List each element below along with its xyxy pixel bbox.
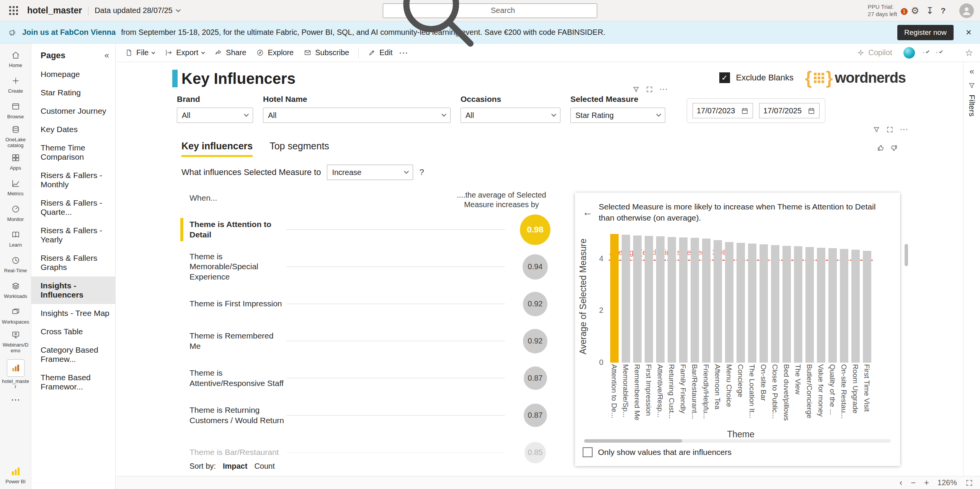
exclude-blanks-checkbox[interactable]: ✓ <box>719 72 730 83</box>
chart-bar[interactable] <box>828 248 837 362</box>
question-dropdown[interactable]: Increase <box>327 165 413 180</box>
focus-mode-icon[interactable] <box>646 86 653 93</box>
page-item-insights-influencers[interactable]: Insights - Influencers <box>31 276 115 304</box>
global-search[interactable] <box>383 3 597 18</box>
influencer-row[interactable]: Theme is Memorable/Special Experience0.9… <box>175 248 565 285</box>
rail-item-hotel-master[interactable]: hotel_master <box>2 359 30 390</box>
chart-bar[interactable] <box>817 248 825 363</box>
avatar[interactable] <box>959 3 974 18</box>
filter-icon[interactable] <box>873 126 880 133</box>
influencer-value-bubble[interactable]: 0.87 <box>524 366 547 390</box>
rail-more-button[interactable]: ⋯ <box>11 394 20 405</box>
focus-mode-icon[interactable] <box>886 126 893 133</box>
chart-bar[interactable] <box>656 236 665 362</box>
chart-bar[interactable] <box>679 237 688 363</box>
influencer-value-bubble[interactable]: 0.98 <box>520 214 550 245</box>
influencer-value-bubble[interactable]: 0.87 <box>524 404 547 427</box>
more-options-icon[interactable]: ⋯ <box>659 85 668 93</box>
power-bi-logo[interactable]: Power BI <box>5 466 26 484</box>
zoom-in-icon[interactable]: + <box>924 478 929 488</box>
chart-bar[interactable] <box>863 251 871 363</box>
back-arrow-icon[interactable]: ← <box>583 201 593 224</box>
chevron-left-icon[interactable]: ‹ <box>900 478 902 488</box>
page-item-risers-fallers-monthly[interactable]: Risers & Fallers - Monthly <box>31 166 115 194</box>
chart-horizontal-scrollbar[interactable] <box>584 439 891 443</box>
chart-bar[interactable] <box>691 238 699 362</box>
rail-item-browse[interactable]: Browse <box>0 98 31 124</box>
chart-bar[interactable] <box>610 234 619 363</box>
chart-bar[interactable] <box>794 246 802 363</box>
download-button[interactable]: ↧ <box>926 5 934 16</box>
date-to-picker[interactable]: 17/07/2025 <box>759 103 820 118</box>
rail-item-monitor[interactable]: Monitor <box>0 201 31 226</box>
filter-icon[interactable] <box>632 86 640 93</box>
chart-bar[interactable] <box>771 245 779 362</box>
sort-option-impact[interactable]: Impact <box>223 462 247 471</box>
app-launcher-icon[interactable] <box>6 3 21 18</box>
slicer-dropdown[interactable]: All <box>263 108 451 123</box>
tab-key-influencers[interactable]: Key influencers <box>181 141 253 157</box>
page-item-risers-fallers-yearly[interactable]: Risers & Fallers - Yearly <box>31 221 115 249</box>
chart-bar[interactable] <box>805 247 814 363</box>
rail-item-workloads[interactable]: Workloads <box>0 278 31 303</box>
chart-bar[interactable] <box>645 236 653 363</box>
sort-option-count[interactable]: Count <box>254 462 274 471</box>
page-item-cross-table[interactable]: Cross Table <box>31 322 115 341</box>
page-item-customer-journey[interactable]: Customer Journey <box>31 102 115 120</box>
page-item-risers-fallers-quarte[interactable]: Risers & Fallers - Quarte... <box>31 194 115 221</box>
rail-item-apps[interactable]: Apps <box>0 149 31 175</box>
page-item-risers-fallers-graphs[interactable]: Risers & Fallers Graphs <box>31 249 115 276</box>
share-button[interactable]: Share <box>211 46 250 59</box>
register-now-button[interactable]: Register now <box>897 25 954 40</box>
filter-icon[interactable] <box>968 82 975 89</box>
rail-item-real-time[interactable]: Real-Time <box>0 252 31 278</box>
chart-bar[interactable] <box>622 235 630 363</box>
settings-button[interactable]: ⚙ <box>911 5 920 16</box>
influencer-row[interactable]: Theme is Remembered Me0.92 <box>175 322 565 360</box>
influencer-value-bubble[interactable]: 0.92 <box>523 329 547 353</box>
rail-item-home[interactable]: Home <box>0 47 31 72</box>
bookmarks-button[interactable] <box>923 52 928 54</box>
subscribe-button[interactable]: Subscribe <box>300 46 353 59</box>
only-influencers-checkbox[interactable] <box>583 447 593 457</box>
view-mode-button[interactable] <box>936 52 942 54</box>
page-item-theme-time-comparison[interactable]: Theme Time Comparison <box>31 139 115 166</box>
chart-bar[interactable] <box>633 236 642 363</box>
page-item-homepage[interactable]: Homepage <box>31 65 115 83</box>
chart-bar[interactable] <box>851 250 860 363</box>
data-updated-dropdown[interactable]: Data updated 28/07/25 <box>95 6 180 15</box>
influencer-row[interactable]: Theme is Attention to Detail0.98 <box>175 211 565 248</box>
rail-item-create[interactable]: Create <box>0 72 31 98</box>
expand-filters-icon[interactable]: « <box>969 67 974 77</box>
rail-item-webinars-demo[interactable]: Webinars/Demo <box>0 329 31 355</box>
rail-item-metrics[interactable]: Metrics <box>0 175 31 201</box>
page-item-theme-based-framewor[interactable]: Theme Based Framewor... <box>31 368 115 396</box>
chart-bar[interactable] <box>760 244 768 362</box>
close-banner-icon[interactable]: × <box>966 26 972 38</box>
app-title[interactable]: hotel_master <box>27 5 82 16</box>
export-menu-button[interactable]: Export <box>161 46 208 59</box>
page-item-insights-tree-map[interactable]: Insights - Tree Map <box>31 304 115 322</box>
influencer-row[interactable]: Theme is First Impression0.92 <box>175 285 565 322</box>
influencer-value-bubble[interactable]: 0.92 <box>523 292 547 316</box>
chart-bar[interactable] <box>725 242 733 363</box>
page-item-category-based-framew[interactable]: Category Based Framew... <box>31 341 115 368</box>
date-from-picker[interactable]: 17/07/2023 <box>693 103 753 118</box>
slicer-dropdown[interactable]: Star Rating <box>570 108 665 123</box>
scrollbar-thumb[interactable] <box>584 439 682 443</box>
more-options-icon[interactable]: ⋯ <box>900 125 908 134</box>
chart-bar[interactable] <box>737 243 745 363</box>
collapse-pages-icon[interactable]: « <box>105 51 109 61</box>
page-item-key-dates[interactable]: Key Dates <box>31 120 115 139</box>
tab-top-segments[interactable]: Top segments <box>270 141 329 157</box>
chart-bar[interactable] <box>782 246 791 363</box>
slicer-dropdown[interactable]: All <box>461 108 560 123</box>
chart-bar[interactable] <box>668 237 676 363</box>
chart-bar[interactable] <box>840 249 848 363</box>
rail-item-workspaces[interactable]: Workspaces <box>0 303 31 329</box>
help-icon[interactable]: ? <box>419 167 424 177</box>
filters-pane-title[interactable]: Filters <box>967 95 977 116</box>
rail-item-learn[interactable]: Learn <box>0 226 31 252</box>
chart-bar[interactable] <box>748 244 756 363</box>
thumb-up-icon[interactable] <box>877 144 885 152</box>
